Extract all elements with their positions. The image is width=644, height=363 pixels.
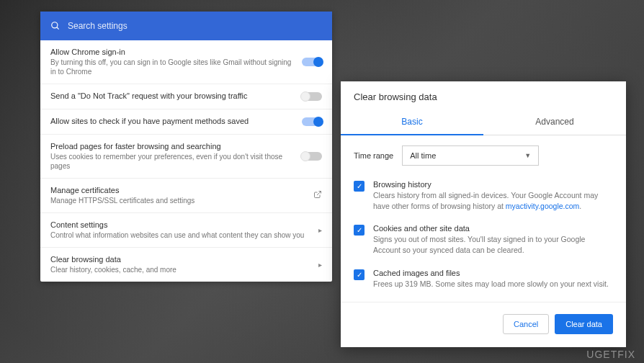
toggle-allow-signin[interactable] (302, 58, 322, 66)
clear-browsing-data-dialog: Clear browsing data Basic Advanced Time … (341, 81, 626, 347)
toggle-dnt[interactable] (302, 92, 322, 101)
setting-title: Preload pages for faster browsing and se… (50, 142, 293, 151)
check-desc: Signs you out of most sites. You'll stay… (373, 234, 613, 255)
check-title: Cached images and files (373, 269, 613, 277)
check-desc: Frees up 319 MB. Some sites may load mor… (373, 279, 613, 290)
setting-title: Clear browsing data (50, 255, 310, 264)
svg-line-2 (317, 192, 321, 196)
setting-manage-certificates[interactable]: Manage certificates Manage HTTPS/SSL cer… (40, 179, 332, 213)
check-cookies: ✓ Cookies and other site data Signs you … (341, 220, 626, 264)
check-icon: ✓ (357, 271, 362, 279)
setting-payment-methods: Allow sites to check if you have payment… (40, 109, 332, 135)
setting-desc: Clear history, cookies, cache, and more (50, 265, 310, 274)
search-bar[interactable] (40, 12, 332, 40)
check-title: Browsing history (373, 180, 613, 189)
chevron-right-icon: ▸ (318, 261, 322, 269)
time-range-value: All time (410, 151, 436, 160)
tab-advanced[interactable]: Advanced (483, 109, 626, 135)
check-desc: Clears history from all signed-in device… (373, 190, 613, 211)
setting-title: Manage certificates (50, 186, 305, 194)
chevron-down-icon: ▼ (524, 152, 531, 159)
chevron-right-icon: ▸ (318, 226, 322, 234)
setting-title: Allow sites to check if you have payment… (50, 117, 293, 125)
search-icon (50, 21, 61, 31)
time-range-label: Time range (354, 151, 393, 160)
setting-title: Content settings (50, 220, 310, 229)
clear-data-button[interactable]: Clear data (555, 314, 613, 334)
dialog-actions: Cancel Clear data (341, 302, 626, 337)
checkbox-cache[interactable]: ✓ (354, 269, 365, 280)
setting-title: Send a "Do Not Track" request with your … (50, 91, 293, 100)
external-link-icon (313, 190, 322, 201)
settings-panel: Allow Chrome sign-in By turning this off… (40, 12, 332, 282)
setting-clear-browsing-data[interactable]: Clear browsing data Clear history, cooki… (40, 248, 332, 282)
setting-title: Allow Chrome sign-in (50, 48, 293, 56)
setting-desc: By turning this off, you can sign in to … (50, 58, 293, 76)
setting-do-not-track: Send a "Do Not Track" request with your … (40, 84, 332, 109)
cancel-button[interactable]: Cancel (503, 314, 549, 334)
svg-point-0 (52, 22, 58, 28)
checkbox-history[interactable]: ✓ (354, 181, 365, 192)
toggle-preload[interactable] (302, 152, 322, 161)
check-browsing-history: ✓ Browsing history Clears history from a… (341, 176, 626, 220)
setting-desc: Manage HTTPS/SSL certificates and settin… (50, 196, 305, 205)
setting-preload: Preload pages for faster browsing and se… (40, 135, 332, 179)
tabs: Basic Advanced (341, 109, 626, 135)
setting-desc: Control what information websites can us… (50, 230, 310, 240)
time-range-row: Time range All time ▼ (341, 135, 626, 176)
myactivity-link[interactable]: myactivity.google.com (506, 202, 580, 210)
setting-content-settings[interactable]: Content settings Control what informatio… (40, 213, 332, 248)
search-input[interactable] (68, 21, 322, 31)
setting-desc: Uses cookies to remember your preference… (50, 152, 293, 171)
toggle-payment[interactable] (302, 117, 322, 126)
check-icon: ✓ (357, 182, 362, 190)
check-icon: ✓ (357, 226, 362, 234)
tab-basic[interactable]: Basic (341, 109, 483, 135)
dialog-title: Clear browsing data (341, 81, 626, 109)
checkbox-cookies[interactable]: ✓ (354, 225, 365, 236)
watermark: UGETFIX (586, 349, 635, 360)
setting-allow-signin: Allow Chrome sign-in By turning this off… (40, 40, 332, 84)
check-cache: ✓ Cached images and files Frees up 319 M… (341, 264, 626, 298)
svg-line-1 (57, 27, 59, 30)
time-range-select[interactable]: All time ▼ (402, 145, 539, 166)
check-title: Cookies and other site data (373, 224, 613, 233)
